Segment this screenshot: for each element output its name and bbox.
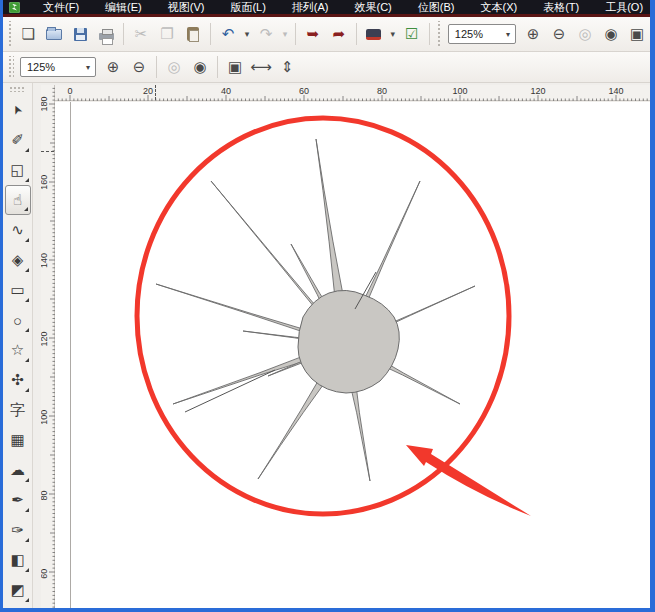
zoom-page-width-icon: ⟷ — [250, 58, 272, 76]
toolbar-separator — [429, 23, 430, 45]
open-folder-icon — [46, 29, 62, 40]
fill-tool[interactable]: ◧ — [5, 545, 31, 575]
shape-tool[interactable]: ✐ — [5, 125, 31, 155]
shape-edit-icon: ✐ — [11, 131, 24, 149]
zoom-out-button[interactable]: ⊖ — [126, 55, 152, 79]
zoom-to-selection-button[interactable]: ◎ — [161, 55, 187, 79]
menu-item-7[interactable]: 文本(X) — [467, 0, 530, 14]
zoom-to-page-width-button[interactable]: ⟷ — [248, 55, 274, 79]
redo-button[interactable]: ↷ — [253, 22, 279, 46]
copy-button[interactable]: ❐ — [154, 22, 180, 46]
smart-fill-tool[interactable]: ◈ — [5, 245, 31, 275]
zoom-level-combo[interactable]: 125%▾ — [448, 24, 516, 44]
toolbar-grip-handle[interactable] — [7, 21, 13, 47]
new-document-button[interactable]: ❏ — [15, 22, 41, 46]
vertical-ruler[interactable]: 1801601401201008060 — [41, 85, 55, 608]
copy-icon: ❐ — [160, 25, 173, 43]
zoom-all-icon: ◉ — [605, 25, 618, 43]
export-icon: ➦ — [333, 25, 346, 43]
menu-item-9[interactable]: 工具(O) — [592, 0, 650, 14]
fill-bucket-icon: ◧ — [10, 551, 24, 569]
toolbar-grip-handle[interactable] — [436, 21, 442, 47]
table-grid-icon: ▦ — [10, 431, 24, 449]
eyedropper-tool[interactable]: ✒ — [5, 485, 31, 515]
menu-item-0[interactable]: 文件(F) — [30, 0, 92, 14]
menu-item-3[interactable]: 版面(L) — [217, 0, 278, 14]
rectangle-icon: ▭ — [10, 281, 24, 299]
zoom-out-icon: ⊖ — [553, 25, 566, 43]
application-launcher-button[interactable] — [361, 22, 387, 46]
svg-text:180: 180 — [41, 96, 49, 111]
gradient-fill-icon: ◩ — [10, 581, 24, 599]
cut-button[interactable]: ✂ — [128, 22, 154, 46]
outline-pen-tool[interactable]: ✑ — [5, 515, 31, 545]
horizontal-ruler[interactable]: 020406080100120140 — [55, 85, 650, 101]
pick-tool[interactable]: ➤ — [5, 95, 31, 125]
toolbox: ➤✐◱☝∿◈▭○☆✣字▦☁✒✑◧◩ — [3, 83, 33, 608]
callout-tool[interactable]: ☁ — [5, 455, 31, 485]
menu-item-4[interactable]: 排列(A) — [279, 0, 342, 14]
zoom-to-page-button[interactable]: ▣ — [624, 22, 650, 46]
zoom-to-page-button[interactable]: ▣ — [222, 55, 248, 79]
rectangle-tool[interactable]: ▭ — [5, 275, 31, 305]
cloud-callout-icon: ☁ — [10, 461, 25, 479]
menu-item-5[interactable]: 效果(C) — [342, 0, 405, 14]
chevron-down-icon[interactable]: ▾ — [501, 30, 515, 39]
toolbar-grip-handle[interactable] — [7, 56, 14, 78]
undo-dropdown[interactable]: ▾ — [241, 22, 253, 46]
text-tool[interactable]: 字 — [5, 395, 31, 425]
menu-item-2[interactable]: 视图(V) — [155, 0, 218, 14]
freehand-tool[interactable]: ∿ — [5, 215, 31, 245]
zoom-to-selection-button[interactable]: ◎ — [572, 22, 598, 46]
toolbar-separator — [123, 23, 124, 45]
welcome-screen-button[interactable]: ☑ — [399, 22, 425, 46]
zoom-in-button[interactable]: ⊕ — [100, 55, 126, 79]
launcher-monitor-icon — [366, 29, 381, 40]
zoom-page-height-icon: ⇕ — [281, 58, 294, 76]
redo-arrow-icon: ↷ — [260, 25, 273, 43]
menu-item-6[interactable]: 位图(B) — [405, 0, 468, 14]
zoom-selection-icon: ◎ — [579, 25, 592, 43]
crop-tool[interactable]: ◱ — [5, 155, 31, 185]
polygon-tool[interactable]: ☆ — [5, 335, 31, 365]
pan-tool[interactable]: ☝ — [5, 185, 31, 215]
property-bar: 125%▾⊕⊖◎◉▣⟷⇕ — [3, 52, 650, 83]
basic-shapes-tool[interactable]: ✣ — [5, 365, 31, 395]
menu-item-8[interactable]: 表格(T) — [530, 0, 592, 14]
curve-icon: ∿ — [11, 221, 24, 239]
ellipse-tool[interactable]: ○ — [5, 305, 31, 335]
main-area: ➤✐◱☝∿◈▭○☆✣字▦☁✒✑◧◩ ⊿ ⊞ 020406080100120140… — [3, 83, 650, 608]
zoom-in-button[interactable]: ⊕ — [520, 22, 546, 46]
zoom-all-icon: ◉ — [193, 58, 206, 76]
import-button[interactable]: ➥ — [300, 22, 326, 46]
print-button[interactable] — [93, 22, 119, 46]
menu-item-1[interactable]: 编辑(E) — [92, 0, 155, 14]
svg-text:20: 20 — [143, 86, 153, 96]
toolbox-grip-handle[interactable] — [9, 86, 26, 92]
save-floppy-icon — [74, 28, 87, 41]
zoom-to-page-height-button[interactable]: ⇕ — [274, 55, 300, 79]
launcher-dropdown[interactable]: ▾ — [387, 22, 399, 46]
zoom-out-button[interactable]: ⊖ — [546, 22, 572, 46]
save-button[interactable] — [67, 22, 93, 46]
svg-text:60: 60 — [299, 86, 309, 96]
export-button[interactable]: ➦ — [326, 22, 352, 46]
interactive-fill-tool[interactable]: ◩ — [5, 575, 31, 605]
clipboard-icon — [187, 27, 199, 41]
crop-icon: ◱ — [10, 161, 24, 179]
printer-icon — [99, 33, 114, 40]
redo-dropdown[interactable]: ▾ — [279, 22, 291, 46]
zoom-to-all-button[interactable]: ◉ — [598, 22, 624, 46]
toolbar-separator — [210, 23, 211, 45]
zoom-level-combo[interactable]: 125%▾ — [20, 57, 96, 77]
toolbar-separator — [356, 23, 357, 45]
undo-button[interactable]: ↶ — [215, 22, 241, 46]
checklist-icon: ☑ — [405, 25, 418, 43]
menu-items: 文件(F)编辑(E)视图(V)版面(L)排列(A)效果(C)位图(B)文本(X)… — [30, 0, 650, 14]
open-button[interactable] — [41, 22, 67, 46]
paste-button[interactable] — [180, 22, 206, 46]
chevron-down-icon[interactable]: ▾ — [81, 63, 95, 72]
zoom-to-all-button[interactable]: ◉ — [187, 55, 213, 79]
table-tool[interactable]: ▦ — [5, 425, 31, 455]
canvas[interactable] — [55, 102, 650, 608]
